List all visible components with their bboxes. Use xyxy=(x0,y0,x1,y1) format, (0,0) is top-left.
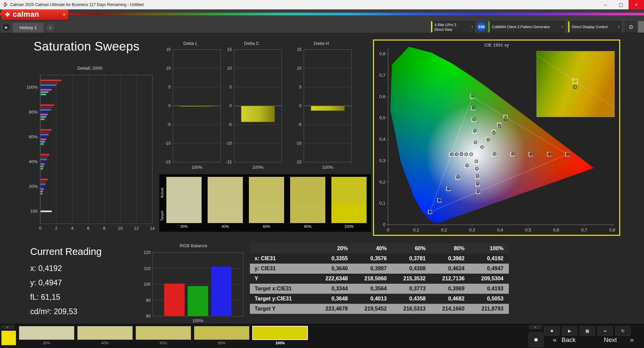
pattern-level-label: 100% xyxy=(252,341,308,345)
svg-text:15: 15 xyxy=(297,48,302,52)
play-button[interactable]: ▶ xyxy=(562,326,577,336)
svg-text:0: 0 xyxy=(383,222,385,227)
table-cell: 0,4013 xyxy=(353,296,392,302)
pattern-level-20%[interactable]: 20% xyxy=(19,326,74,345)
svg-text:-10: -10 xyxy=(296,141,302,146)
table-cell: 0,3648 xyxy=(314,296,353,302)
pattern-level-list: 20%40%60%80%100% xyxy=(19,326,308,345)
svg-text:-10: -10 xyxy=(165,141,171,146)
collapse-right-button[interactable]: ∧ xyxy=(529,325,542,329)
tab-history-1[interactable]: History 1 xyxy=(13,23,44,32)
pattern-swatch xyxy=(136,326,191,340)
save-button[interactable]: ▦ xyxy=(580,326,595,336)
svg-text:-15: -15 xyxy=(296,160,302,164)
table-cell: 223,4678 xyxy=(314,306,353,312)
next-chevron-icon[interactable]: » xyxy=(630,336,634,344)
cie-chart-panel: CIE 1931 xy 00,10,20,30,40,50,60,70,800,… xyxy=(373,40,620,236)
deltae-2000-chart: DeltaE 2000 02468101214100%80%60%40%20%1… xyxy=(23,66,156,236)
swatch-level-label: 100% xyxy=(331,224,367,228)
table-cell: 0,3773 xyxy=(392,286,431,292)
pattern-level-60%[interactable]: 60% xyxy=(136,326,191,345)
reference-color-swatch[interactable] xyxy=(1,331,16,345)
svg-text:0,1: 0,1 xyxy=(379,201,385,206)
table-row: Target Y223,4678219,5452216,5313214,1660… xyxy=(250,304,509,314)
add-tab-button[interactable]: + xyxy=(46,23,54,31)
play-icon: ▶ xyxy=(5,25,8,29)
settings-button[interactable]: ⚙ xyxy=(625,21,637,33)
table-cell: 218,5060 xyxy=(353,276,392,282)
current-reading-value: fL: 61,15 xyxy=(30,290,102,304)
pattern-generator-dropdown[interactable]: CalMAN Client 3 Pattern Generator ▾ xyxy=(488,21,565,32)
chevron-up-icon: ∧ xyxy=(534,326,537,329)
svg-text:100%: 100% xyxy=(252,165,264,170)
actual-swatch xyxy=(249,177,284,204)
run-button[interactable]: ▶ xyxy=(2,23,11,31)
current-reading-value: cd/m²: 209,53 xyxy=(30,304,102,319)
svg-text:-10: -10 xyxy=(226,141,232,146)
calman-menu-button[interactable]: ❖ calman ▾ xyxy=(1,9,68,20)
collapse-left-button[interactable]: ∧ xyxy=(1,325,14,329)
svg-text:10: 10 xyxy=(297,66,302,71)
table-header-row: 20%40%60%80%100% xyxy=(250,243,509,254)
current-reading-value: x: 0,4192 xyxy=(30,261,102,276)
calman-diamond-icon: ❖ xyxy=(5,11,10,18)
title-bar: Calman 2025 Calman Ultimate for Business… xyxy=(0,0,644,9)
table-cell: 214,1660 xyxy=(431,306,470,312)
rainbow-strip xyxy=(0,13,644,15)
svg-text:2: 2 xyxy=(55,226,57,231)
measurement-count-badge[interactable]: 236 xyxy=(477,22,486,31)
swatch-column: 100% xyxy=(331,177,367,228)
svg-text:60%: 60% xyxy=(29,134,38,139)
row-label: x: CIE31 xyxy=(250,256,314,262)
svg-text:8: 8 xyxy=(103,226,105,231)
svg-text:0: 0 xyxy=(387,227,389,232)
swatch-level-label: 60% xyxy=(249,224,284,228)
pattern-level-100%[interactable]: 100% xyxy=(252,326,308,345)
back-chevron-icon[interactable]: « xyxy=(553,336,557,344)
app-icon xyxy=(2,2,8,7)
svg-text:10: 10 xyxy=(166,66,171,71)
table-cell: 0,4193 xyxy=(470,286,509,292)
table-row: Y222,6348218,5060215,3532212,7136209,530… xyxy=(250,274,509,284)
maximize-button[interactable]: ▢ xyxy=(613,0,629,9)
chevron-down-icon: ▾ xyxy=(59,12,65,17)
meter-dropdown[interactable]: X-Rite i1Pro 2 Direct View ▾ xyxy=(431,21,475,32)
target-row-label: Target xyxy=(160,206,165,226)
pattern-level-40%[interactable]: 40% xyxy=(77,326,133,345)
actual-swatch xyxy=(166,177,202,204)
pattern-level-80%[interactable]: 80% xyxy=(194,326,250,345)
pattern-window-button[interactable]: ■ xyxy=(529,332,543,347)
loop-button[interactable]: ∞ xyxy=(597,326,613,336)
table-cell: 0,3640 xyxy=(314,266,353,272)
svg-text:0,4: 0,4 xyxy=(497,227,503,232)
rgb-balance-chart: RGB Balance 1201101009080100% xyxy=(142,243,245,326)
close-button[interactable]: × xyxy=(629,0,644,9)
svg-text:100%: 100% xyxy=(322,165,333,170)
back-button[interactable]: Back xyxy=(561,336,576,344)
stop-button[interactable]: ■ xyxy=(544,326,559,336)
svg-text:4: 4 xyxy=(71,226,73,231)
table-cell: 0,5053 xyxy=(470,296,509,302)
side-panel-handle[interactable] xyxy=(638,21,644,32)
table-cell: 0,4947 xyxy=(470,266,509,272)
display-control-dropdown[interactable]: Direct Display Control ▾ xyxy=(568,21,621,32)
swatch-level-label: 20% xyxy=(166,224,202,228)
row-label: Target x:CIE31 xyxy=(250,286,314,292)
target-swatch xyxy=(208,204,243,223)
refresh-button[interactable]: ↻ xyxy=(615,326,631,336)
svg-text:0: 0 xyxy=(299,103,302,108)
target-swatch xyxy=(290,204,325,223)
chart-title: Delta C xyxy=(219,41,284,48)
pattern-window-icon: ■ xyxy=(534,336,538,343)
table-cell: 212,7136 xyxy=(431,276,470,282)
next-button[interactable]: Next xyxy=(604,336,617,344)
swatch-column: 20% xyxy=(166,177,202,228)
svg-text:15: 15 xyxy=(166,48,171,52)
svg-text:100%: 100% xyxy=(26,85,38,90)
svg-text:15: 15 xyxy=(227,48,232,52)
swatch-panel-body: 20%40%60%80%100% xyxy=(166,177,367,228)
table-column-header: 100% xyxy=(470,246,509,252)
svg-text:90: 90 xyxy=(146,298,151,303)
chevron-down-icon: ▾ xyxy=(471,25,473,29)
minimize-button[interactable]: – xyxy=(598,0,613,9)
